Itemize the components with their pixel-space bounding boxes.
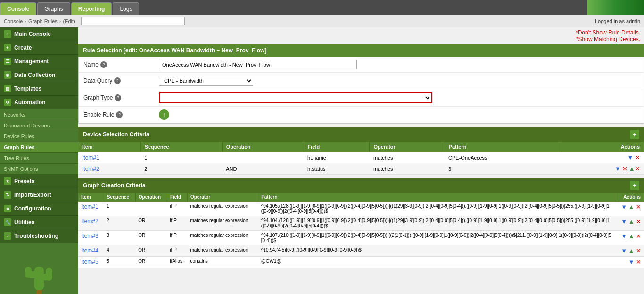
logged-in-label: Logged in as admin — [595, 18, 640, 24]
breadcrumb-console[interactable]: Console — [4, 18, 23, 24]
ds-down-btn-1[interactable]: ▼ — [615, 165, 621, 172]
graph-creation-title: Graph Creation Criteria — [83, 182, 146, 189]
breadcrumb-graph-rules[interactable]: Graph Rules — [28, 18, 58, 24]
graph-type-select[interactable] — [159, 92, 432, 103]
data-query-select[interactable]: CPE - Bandwidth — [159, 76, 253, 86]
sidebar-item-networks[interactable]: Networks — [0, 109, 78, 120]
device-selection-add-btn[interactable]: + — [630, 130, 639, 139]
ds-up-btn-1[interactable]: ▲ — [629, 165, 635, 172]
gc-seq-4: 5 — [104, 257, 135, 268]
gc-operator-0: matches regular expression — [187, 202, 258, 216]
gc-up-btn-1[interactable]: ▲ — [628, 218, 635, 225]
gc-down-btn-3[interactable]: ▼ — [621, 247, 627, 254]
sidebar-item-tree-rules[interactable]: Tree Rules — [0, 153, 78, 164]
sidebar-item-management[interactable]: ☰ Management — [0, 55, 78, 68]
top-nav: Console Graphs Reporting Logs — [0, 0, 644, 15]
tab-reporting[interactable]: Reporting — [71, 2, 112, 15]
enable-rule-label: Enable Rule ? — [83, 111, 159, 118]
sidebar-item-snmp-options[interactable]: SNMP Options — [0, 164, 78, 175]
graph-creation-header: Graph Creation Criteria + — [78, 178, 644, 193]
data-query-value: CPE - Bandwidth — [159, 76, 639, 86]
table-row: Item#1 1 ifIP matches regular expression… — [78, 202, 644, 216]
gc-operator-4: contains — [187, 257, 258, 268]
sidebar-item-discovered-devices[interactable]: Discovered Devices — [0, 120, 78, 131]
ds-x-btn-1[interactable]: ✕ — [635, 165, 640, 172]
gc-down-btn-1[interactable]: ▼ — [621, 218, 627, 225]
gc-actions-2: ▼ ▲ ✕ — [615, 231, 644, 245]
gc-col-pattern: Pattern — [258, 193, 615, 202]
data-query-help-icon[interactable]: ? — [114, 77, 121, 84]
enable-rule-toggle[interactable]: ↑ — [159, 109, 169, 120]
gc-op-4: OR — [135, 257, 167, 268]
ds-col-actions: Actions — [561, 142, 644, 152]
management-icon: ☰ — [4, 58, 11, 65]
gc-up-btn-3[interactable]: ▲ — [628, 247, 635, 254]
table-row: Item#2 2 OR ifIP matches regular express… — [78, 216, 644, 231]
enable-rule-row: Enable Rule ? ↑ — [79, 107, 644, 123]
sidebar-item-graph-rules[interactable]: Graph Rules — [0, 142, 78, 153]
ds-pattern-0: CPE-OneAccess — [445, 152, 561, 163]
gc-col-field: Field — [167, 193, 187, 202]
gc-down-btn-4[interactable]: ▼ — [628, 259, 635, 266]
gc-item-2: Item#3 — [78, 231, 104, 245]
graph-type-row: Graph Type ? — [79, 89, 644, 107]
ds-operator-0: matches — [370, 152, 445, 163]
gc-actions-4: ▼ ✕ — [615, 257, 644, 268]
gc-item-4: Item#5 — [78, 257, 104, 268]
device-selection-table: Item Sequence Operation Field Operator P… — [78, 142, 644, 175]
graph-type-help-icon[interactable]: ? — [115, 94, 121, 101]
logo — [587, 0, 644, 15]
main-content: *Don't Show Rule Details. *Show Matching… — [78, 27, 644, 294]
gc-op-3: OR — [135, 245, 167, 257]
sidebar-item-automation[interactable]: ⚙ Automation — [0, 96, 78, 109]
gc-del-btn-4[interactable]: ✕ — [636, 259, 641, 266]
name-input[interactable] — [159, 60, 357, 69]
dont-show-rule-details[interactable]: *Don't Show Rule Details. — [82, 29, 640, 36]
ds-del-btn-0[interactable]: ✕ — [635, 154, 640, 161]
svg-rect-2 — [25, 267, 32, 278]
graph-creation-table: Item Sequence Operation Field Operator P… — [78, 193, 644, 268]
breadcrumb-sep2: › — [59, 18, 61, 24]
name-row: Name ? — [79, 57, 644, 73]
tab-graphs[interactable]: Graphs — [37, 2, 70, 15]
sidebar-item-create[interactable]: + Create — [0, 41, 78, 55]
sidebar-item-configuration[interactable]: ◈ Configuration — [0, 202, 78, 216]
gc-down-btn-2[interactable]: ▼ — [621, 233, 627, 240]
breadcrumb-edit: (Edit) — [63, 18, 75, 24]
tab-console[interactable]: Console — [0, 2, 36, 15]
gc-del-btn-0[interactable]: ✕ — [636, 203, 641, 210]
name-help-icon[interactable]: ? — [100, 61, 107, 68]
gc-del-btn-3[interactable]: ✕ — [636, 247, 641, 254]
ds-down-btn-0[interactable]: ▼ — [627, 154, 634, 161]
sidebar-item-device-rules[interactable]: Device Rules — [0, 131, 78, 142]
gc-del-btn-1[interactable]: ✕ — [636, 218, 641, 225]
enable-rule-value: ↑ — [159, 109, 639, 120]
ds-op-1: AND — [222, 163, 304, 175]
gc-pattern-3: ^10.94.(4|5)[0-9].([0-9]|[0-9][0-9]|[0-9… — [258, 245, 615, 257]
tab-logs[interactable]: Logs — [113, 2, 139, 15]
gc-up-btn-2[interactable]: ▲ — [628, 233, 635, 240]
ds-op-0 — [222, 152, 304, 163]
cactus-area — [0, 243, 78, 294]
gc-down-btn-0[interactable]: ▼ — [621, 203, 627, 210]
gc-field-2: ifIP — [167, 231, 187, 245]
gc-actions-0: ▼ ▲ ✕ — [615, 202, 644, 216]
sidebar-item-import-export[interactable]: ⇅ Import/Export — [0, 188, 78, 202]
gc-actions-3: ▼ ▲ ✕ — [615, 245, 644, 257]
sidebar-item-troubleshooting[interactable]: ? Troubleshooting — [0, 229, 78, 243]
sidebar-item-data-collection[interactable]: ◉ Data Collection — [0, 68, 78, 82]
enable-rule-help-icon[interactable]: ? — [116, 111, 123, 118]
gc-del-btn-2[interactable]: ✕ — [636, 233, 641, 240]
gc-up-btn-0[interactable]: ▲ — [628, 203, 635, 210]
sidebar-item-templates[interactable]: ▤ Templates — [0, 82, 78, 96]
svg-rect-4 — [46, 268, 52, 281]
sidebar-item-main-console[interactable]: ⌂ Main Console — [0, 27, 78, 41]
show-matching-devices[interactable]: *Show Matching Devices. — [82, 36, 640, 42]
gc-operator-2: matches regular expression — [187, 231, 258, 245]
sidebar-item-presets[interactable]: ★ Presets — [0, 175, 78, 188]
ds-del-btn-1[interactable]: ✕ — [622, 165, 627, 172]
breadcrumb-search[interactable] — [81, 17, 185, 25]
sidebar-item-utilities[interactable]: 🔧 Utilities — [0, 216, 78, 229]
graph-creation-add-btn[interactable]: + — [630, 181, 639, 190]
top-actions: *Don't Show Rule Details. *Show Matching… — [78, 27, 644, 44]
